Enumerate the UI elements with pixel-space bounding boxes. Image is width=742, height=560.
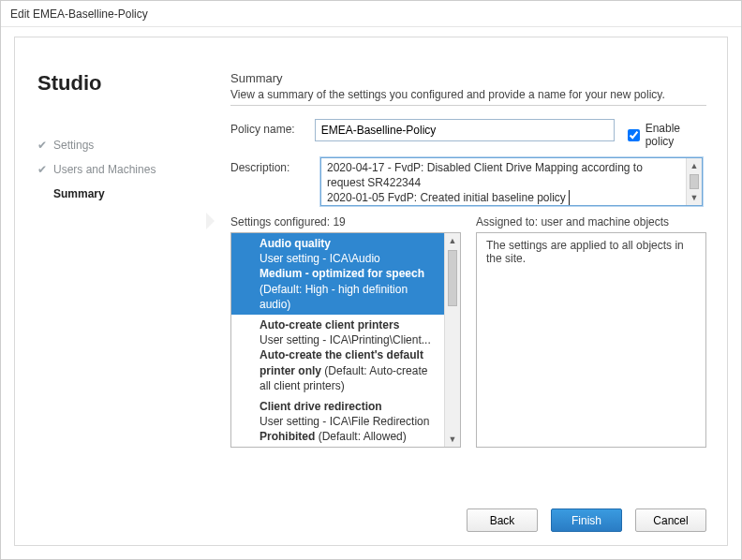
description-row: Description: 2020-04-17 - FvdP: Disabled…: [230, 157, 706, 206]
assigned-column: Assigned to: user and machine objects Th…: [476, 215, 706, 448]
scroll-up-icon[interactable]: ▲: [687, 158, 702, 173]
cancel-button[interactable]: Cancel: [635, 508, 706, 532]
setting-path: User setting - ICA\File Redirection: [260, 414, 435, 429]
description-text[interactable]: 2020-04-17 - FvdP: Disabled Client Drive…: [321, 158, 685, 205]
scroll-track[interactable]: [445, 248, 460, 432]
assigned-body: The settings are applied to all objects …: [486, 239, 684, 265]
setting-path: User setting - ICA\Printing\Client...: [260, 332, 435, 347]
setting-name: Auto-create client printers: [260, 317, 435, 332]
main-content: Summary View a summary of the settings y…: [210, 37, 727, 545]
enable-policy-control[interactable]: Enable policy: [628, 119, 706, 148]
divider: [230, 105, 706, 106]
assigned-heading: Assigned to: user and machine objects: [476, 215, 706, 228]
settings-column: Settings configured: 19 Audio qualityUse…: [230, 215, 461, 448]
settings-scrollbar[interactable]: ▲ ▼: [444, 233, 460, 447]
description-input[interactable]: 2020-04-17 - FvdP: Disabled Client Drive…: [320, 157, 703, 206]
summary-columns: Settings configured: 19 Audio qualityUse…: [230, 215, 706, 448]
setting-name: Client drive redirection: [260, 399, 435, 414]
enable-policy-label: Enable policy: [646, 122, 706, 148]
policy-name-input[interactable]: [315, 119, 615, 141]
policy-name-label: Policy name:: [230, 119, 315, 136]
window-titlebar: Edit EMEA-Baselline-Policy: [1, 1, 741, 27]
finish-button[interactable]: Finish: [551, 508, 622, 532]
setting-item[interactable]: Auto-create client printersUser setting …: [231, 315, 444, 396]
wizard-button-row: Back Finish Cancel: [467, 508, 706, 532]
enable-policy-checkbox[interactable]: [628, 129, 640, 141]
settings-heading: Settings configured: 19: [230, 215, 461, 228]
description-scrollbar[interactable]: ▲ ▼: [686, 158, 702, 205]
setting-value: Medium - optimized for speech (Default: …: [260, 266, 435, 312]
step-label: Users and Machines: [53, 163, 156, 176]
text-caret: [566, 190, 570, 205]
back-button[interactable]: Back: [467, 508, 538, 532]
step-settings[interactable]: ✔ Settings: [37, 139, 193, 152]
step-summary[interactable]: ✔ Summary: [37, 187, 193, 200]
step-users-machines[interactable]: ✔ Users and Machines: [37, 163, 193, 176]
wizard-sidebar: Studio ✔ Settings ✔ Users and Machines ✔…: [15, 37, 210, 545]
scroll-up-icon[interactable]: ▲: [445, 233, 460, 248]
scroll-down-icon[interactable]: ▼: [445, 432, 460, 447]
scroll-thumb[interactable]: [448, 250, 457, 306]
assigned-box: The settings are applied to all objects …: [476, 232, 706, 448]
scroll-thumb[interactable]: [690, 174, 699, 189]
page-heading: Summary: [230, 71, 706, 85]
check-icon: ✔: [37, 140, 47, 151]
setting-value: Prohibited (Default: Allowed): [260, 429, 435, 444]
step-label: Settings: [53, 139, 94, 152]
setting-path: User setting - ICA\Audio: [260, 251, 435, 266]
check-icon: ✔: [37, 164, 47, 175]
window-title: Edit EMEA-Baselline-Policy: [10, 7, 148, 21]
settings-list-inner: Audio qualityUser setting - ICA\AudioMed…: [231, 233, 444, 447]
page-subheading: View a summary of the settings you confi…: [230, 88, 706, 101]
setting-name: Audio quality: [260, 236, 435, 251]
setting-value: Auto-create the client's default printer…: [260, 347, 435, 393]
step-label: Summary: [53, 187, 105, 200]
description-label: Description:: [230, 157, 320, 174]
scroll-down-icon[interactable]: ▼: [687, 190, 702, 205]
settings-listbox[interactable]: Audio qualityUser setting - ICA\AudioMed…: [230, 232, 461, 448]
setting-item[interactable]: Audio qualityUser setting - ICA\AudioMed…: [231, 233, 444, 315]
policy-name-row: Policy name: Enable policy: [230, 119, 706, 148]
dialog-panel: Studio ✔ Settings ✔ Users and Machines ✔…: [14, 37, 728, 546]
setting-item[interactable]: Client drive redirectionUser setting - I…: [231, 396, 444, 447]
sidebar-heading: Studio: [37, 71, 193, 96]
